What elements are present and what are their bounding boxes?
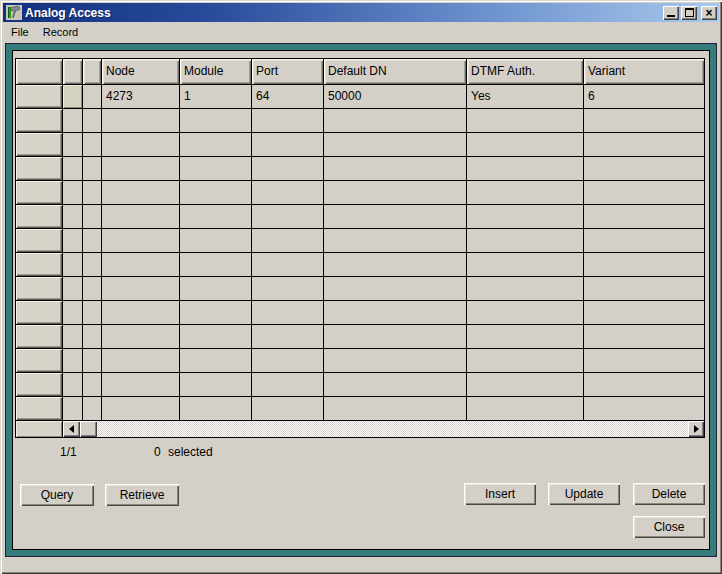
grid-cell[interactable] <box>467 277 584 301</box>
grid-cell[interactable] <box>63 301 83 325</box>
grid-cell[interactable] <box>467 181 584 205</box>
grid-cell[interactable] <box>252 397 324 421</box>
grid-cell[interactable] <box>83 301 102 325</box>
row-select-button[interactable] <box>16 349 63 373</box>
grid-cell[interactable] <box>102 181 180 205</box>
grid-cell[interactable] <box>63 349 83 373</box>
grid-cell[interactable] <box>467 205 584 229</box>
grid-cell[interactable] <box>584 397 705 421</box>
grid-cell[interactable] <box>83 277 102 301</box>
grid-cell[interactable] <box>252 253 324 277</box>
grid-cell[interactable] <box>63 397 83 421</box>
grid-cell[interactable] <box>83 397 102 421</box>
row-select-button[interactable] <box>16 301 63 325</box>
grid-cell[interactable] <box>252 133 324 157</box>
grid-cell[interactable] <box>324 301 467 325</box>
grid-cell[interactable] <box>584 133 705 157</box>
grid-cell[interactable] <box>324 325 467 349</box>
menu-record[interactable]: Record <box>36 24 85 40</box>
grid-cell[interactable] <box>102 157 180 181</box>
grid-cell[interactable] <box>252 157 324 181</box>
update-button[interactable]: Update <box>548 483 620 505</box>
grid-cell[interactable] <box>83 133 102 157</box>
grid-cell[interactable] <box>102 277 180 301</box>
grid-cell[interactable] <box>83 157 102 181</box>
grid-cell[interactable] <box>324 277 467 301</box>
column-header-port[interactable]: Port <box>252 59 324 85</box>
grid-cell[interactable] <box>180 325 252 349</box>
grid-cell[interactable] <box>180 181 252 205</box>
grid-cell[interactable] <box>83 181 102 205</box>
scrollbar-thumb[interactable] <box>80 421 97 437</box>
grid-cell[interactable] <box>252 301 324 325</box>
titlebar[interactable]: Analog Access × <box>3 3 719 22</box>
grid-cell[interactable] <box>63 253 83 277</box>
grid-cell[interactable] <box>180 277 252 301</box>
grid-cell[interactable] <box>102 229 180 253</box>
column-header-module[interactable]: Module <box>180 59 252 85</box>
grid-cell[interactable] <box>180 133 252 157</box>
minimize-button[interactable] <box>663 6 679 20</box>
grid-cell[interactable] <box>180 205 252 229</box>
row-select-button[interactable] <box>16 109 63 133</box>
column-header-dtmf-auth[interactable]: DTMF Auth. <box>467 59 584 85</box>
grid-cell[interactable] <box>584 229 705 253</box>
grid-cell[interactable] <box>252 277 324 301</box>
grid-cell[interactable]: 4273 <box>102 85 180 109</box>
grid-cell[interactable] <box>584 253 705 277</box>
grid-cell[interactable] <box>63 109 83 133</box>
grid-cell[interactable] <box>324 397 467 421</box>
maximize-button[interactable] <box>681 6 697 20</box>
grid-cell[interactable] <box>467 109 584 133</box>
grid-cell[interactable] <box>584 205 705 229</box>
grid-cell[interactable] <box>324 133 467 157</box>
grid-cell[interactable] <box>467 133 584 157</box>
row-select-button[interactable] <box>16 133 63 157</box>
grid-cell[interactable] <box>584 109 705 133</box>
grid-cell[interactable] <box>63 373 83 397</box>
grid-cell[interactable]: 50000 <box>324 85 467 109</box>
grid-cell[interactable] <box>83 205 102 229</box>
grid-cell[interactable] <box>324 157 467 181</box>
scrollbar-track[interactable] <box>97 421 688 437</box>
row-select-button[interactable] <box>16 325 63 349</box>
row-select-button[interactable] <box>16 181 63 205</box>
grid-cell[interactable] <box>63 205 83 229</box>
row-select-button[interactable] <box>16 373 63 397</box>
grid-cell[interactable] <box>180 349 252 373</box>
grid-cell[interactable] <box>180 253 252 277</box>
delete-button[interactable]: Delete <box>633 483 705 505</box>
grid-cell[interactable] <box>180 109 252 133</box>
row-select-button[interactable] <box>16 205 63 229</box>
grid-cell[interactable] <box>180 229 252 253</box>
grid-cell[interactable] <box>63 325 83 349</box>
grid-cell[interactable] <box>584 349 705 373</box>
grid-cell[interactable]: 1 <box>180 85 252 109</box>
grid-cell[interactable] <box>63 277 83 301</box>
grid-cell[interactable] <box>467 229 584 253</box>
grid-cell[interactable]: 64 <box>252 85 324 109</box>
grid-cell[interactable] <box>102 397 180 421</box>
close-window-button[interactable]: × <box>701 6 717 20</box>
row-select-button[interactable] <box>16 229 63 253</box>
grid-cell[interactable] <box>102 325 180 349</box>
grid-cell[interactable] <box>63 133 83 157</box>
grid-cell[interactable] <box>83 253 102 277</box>
row-select-button[interactable] <box>16 157 63 181</box>
grid-cell[interactable] <box>83 349 102 373</box>
grid-cell[interactable] <box>584 325 705 349</box>
grid-cell[interactable] <box>467 253 584 277</box>
grid-cell[interactable] <box>584 181 705 205</box>
grid-cell[interactable] <box>102 301 180 325</box>
column-header-blank[interactable] <box>16 59 63 85</box>
grid-cell[interactable] <box>584 157 705 181</box>
grid-cell[interactable]: 6 <box>584 85 705 109</box>
menu-file[interactable]: File <box>4 24 36 40</box>
grid-cell[interactable] <box>252 349 324 373</box>
grid-cell[interactable] <box>63 181 83 205</box>
grid-cell[interactable] <box>102 253 180 277</box>
grid-cell[interactable] <box>252 109 324 133</box>
grid-cell[interactable] <box>467 301 584 325</box>
grid-cell[interactable] <box>324 349 467 373</box>
scroll-right-button[interactable] <box>688 421 704 437</box>
